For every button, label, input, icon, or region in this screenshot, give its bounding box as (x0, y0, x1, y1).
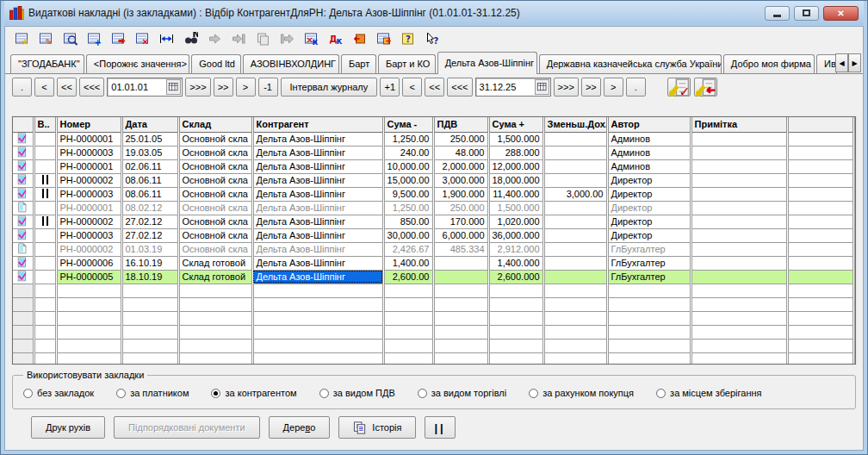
cell-sklad: Основной скла (178, 228, 252, 242)
date-from-nav-2[interactable]: << (57, 78, 77, 97)
column-header-Дата[interactable]: Дата (121, 117, 178, 132)
footer-button-підпорядковані-документи[interactable]: Підпорядковані документи (114, 416, 259, 439)
unpost-document-button[interactable]: ✕к (301, 29, 321, 49)
table-row[interactable]: РН-000000201.03.19Основной склаДельта Аз… (13, 242, 854, 256)
column-header-В..[interactable]: В.. (34, 117, 56, 132)
date-to-nav-1[interactable]: < (402, 78, 422, 97)
radio-за-платником[interactable]: за платником (116, 388, 189, 398)
help-button[interactable]: ? (398, 29, 418, 49)
date-from-field[interactable]: 01.01.01 (107, 78, 183, 97)
new-document-button[interactable]: ★ (12, 29, 32, 49)
tab-scroll-left-button[interactable]: ◀ (835, 53, 848, 72)
column-header-Автор[interactable]: Автор (607, 117, 691, 132)
radio-за-видом-торгівлі[interactable]: за видом торгівлі (418, 388, 506, 398)
empty-cell (607, 297, 691, 311)
date-from-fwd-1[interactable]: >> (214, 78, 233, 97)
table-row[interactable]: РН-000000616.10.19Склад готовойДельта Аз… (13, 256, 854, 270)
footer-button-дерево[interactable]: Дерево (269, 416, 331, 439)
date-to-nav-0[interactable]: +1 (380, 78, 400, 97)
column-header-Примітка[interactable]: Примітка (691, 117, 787, 132)
table-row[interactable]: РН-000000208.06.11Основной склаДельта Аз… (13, 173, 854, 187)
tab-contragent-7[interactable]: Державна казначейська служба України (539, 54, 722, 73)
radio-dot-icon (418, 389, 427, 398)
date-from-nav-3[interactable]: <<< (79, 78, 104, 97)
filter-settings-clear-button[interactable] (694, 78, 717, 97)
tab-contragent-3[interactable]: АЗОВІНВХОЛДИНГ (243, 54, 339, 73)
date-from-fwd-3[interactable]: -1 (258, 78, 278, 97)
column-header-ПДВ[interactable]: ПДВ (433, 117, 488, 132)
table-row[interactable]: РН-000000308.06.11Основной склаДельта Аз… (13, 187, 854, 201)
title-bar[interactable]: Видаткові накладні (із закладками) : Від… (4, 1, 864, 25)
journal-interval-button[interactable]: Інтервал журналу (281, 78, 378, 97)
column-header-Сума +[interactable]: Сума + (488, 117, 543, 132)
table-row[interactable]: РН-000000327.02.12Основной склаДельта Аз… (13, 228, 854, 242)
minimize-button[interactable] (765, 6, 790, 21)
tab-contragent-8[interactable]: Добро моя фирма (723, 54, 815, 73)
post-forward-button[interactable] (205, 29, 225, 49)
table-row[interactable]: РН-000000227.02.12Основной склаДельта Аз… (13, 215, 854, 228)
delete-document-button[interactable]: ✕ (133, 29, 152, 49)
column-header-Склад[interactable]: Склад (178, 117, 252, 132)
date-to-nav-2[interactable]: << (425, 78, 444, 97)
date-to-field-calendar-button[interactable] (535, 79, 549, 95)
journal-interval-button[interactable] (157, 29, 177, 49)
context-help-button[interactable]: ? (422, 29, 442, 49)
column-header-Сума -[interactable]: Сума - (383, 117, 433, 132)
radio-за-місцем-зберігання[interactable]: за місцем зберігання (656, 388, 761, 398)
footer-button-друк-рухів[interactable]: Друк рухів (31, 416, 105, 439)
copy-sheets-button[interactable] (253, 29, 273, 49)
date-to-fwd-3[interactable]: . (626, 78, 646, 97)
tab-contragent-4[interactable]: Барт (341, 54, 376, 73)
close-button[interactable]: ✕ (823, 6, 859, 21)
date-to-fwd-0[interactable]: >>> (554, 78, 579, 97)
radio-без-закладок[interactable]: без закладок (23, 388, 94, 398)
add-to-journal-button[interactable]: + (374, 29, 394, 49)
copy-document-button[interactable]: + (84, 29, 104, 49)
document-structure-button[interactable] (350, 29, 369, 49)
view-document-button[interactable] (60, 29, 80, 49)
tab-scroll-right-button[interactable]: ▶ (848, 53, 861, 72)
document-status-cell (13, 242, 34, 256)
radio-за-контрагентом[interactable]: за контрагентом (211, 388, 296, 398)
table-row[interactable]: РН-000000102.06.11Основной склаДельта Аз… (13, 159, 854, 173)
date-from-nav-0[interactable]: . (12, 78, 32, 97)
table-row[interactable]: РН-000000125.01.05Основной склаДельта Аз… (13, 132, 854, 146)
date-from-nav-1[interactable]: < (34, 78, 54, 97)
column-header-col0[interactable] (13, 117, 34, 132)
column-header-Зменьш.Дох.[interactable]: Зменьш.Дох. (543, 117, 607, 132)
save-based-document-button[interactable] (108, 29, 128, 49)
post-to-end-button[interactable] (229, 29, 249, 49)
date-to-nav-3[interactable]: <<< (447, 78, 472, 97)
tab-contragent-6[interactable]: Дельта Азов-Шіппінг (437, 52, 537, 74)
cell-note (691, 256, 787, 270)
tab-contragent-5[interactable]: Барт и КО (378, 54, 436, 73)
date-to-fwd-2[interactable]: > (604, 78, 623, 97)
footer-button-історія[interactable]: Історія (338, 416, 416, 439)
tab-contragent-2[interactable]: Good ltd (191, 54, 240, 73)
dk-operations-button[interactable]: Дк (326, 29, 345, 49)
date-to-fwd-1[interactable]: >> (581, 78, 601, 97)
column-header-col12[interactable] (787, 117, 854, 132)
radio-за-рахунком-покупця[interactable]: за рахунком покупця (529, 388, 634, 398)
button-label: Дере (283, 422, 306, 433)
column-header-Контрагент[interactable]: Контрагент (252, 117, 383, 132)
date-from-fwd-0[interactable]: >>> (185, 78, 210, 97)
filter-settings-check-button[interactable]: ✓ (667, 78, 691, 97)
footer-button--[interactable]: || (425, 416, 455, 439)
radio-за-видом-ПДВ[interactable]: за видом ПДВ (319, 388, 395, 398)
edit-document-button[interactable]: ✎ (36, 29, 56, 49)
tab-contragent-0[interactable]: "ЗГОДАБАНК" (10, 54, 84, 73)
find-by-number-button[interactable]: N (181, 29, 201, 49)
move-document-button[interactable] (277, 29, 297, 49)
table-row[interactable]: РН-000000319.03.05Основной склаДельта Аз… (13, 146, 854, 159)
cell-author: ГлБухгалтер (607, 242, 691, 256)
column-header-Номер[interactable]: Номер (56, 117, 121, 132)
tab-contragent-9[interactable]: Ив (816, 54, 837, 73)
table-row[interactable]: РН-000000518.10.19Склад готовойДельта Аз… (13, 270, 854, 284)
table-row[interactable]: РН-000000108.02.12Основной склаДельта Аз… (13, 201, 854, 215)
date-from-fwd-2[interactable]: > (236, 78, 256, 97)
date-from-field-calendar-button[interactable] (166, 79, 181, 95)
restore-button[interactable] (794, 6, 819, 21)
date-to-field[interactable]: 31.12.25 (475, 78, 551, 97)
tab-contragent-1[interactable]: <Порожнє значення> (86, 54, 189, 73)
